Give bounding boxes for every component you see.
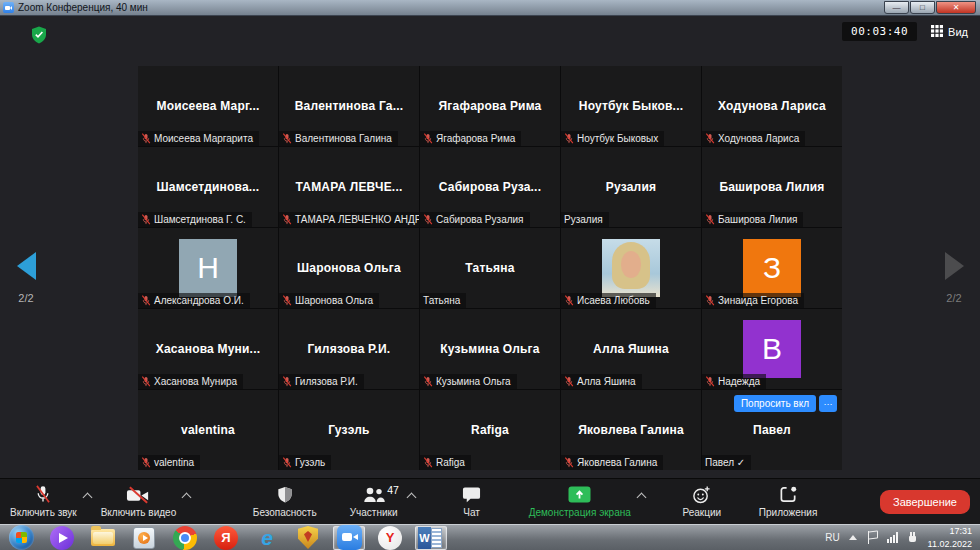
participant-tile[interactable]: Яковлева Галина Яковлева Галина (561, 390, 701, 470)
taskbar-start-button[interactable] (5, 526, 37, 550)
zoom-app-icon (3, 2, 14, 13)
start-video-button[interactable]: Включить видео (101, 485, 177, 518)
next-page-arrow[interactable] (945, 252, 964, 280)
share-options-chevron[interactable] (636, 493, 646, 503)
participant-tile[interactable]: Сабирова Руза... Сабирова Рузалия (420, 147, 560, 227)
participant-tile[interactable]: Шамсетдинова... Шамсетдинова Г. С. (138, 147, 278, 227)
hidden-icons-chevron[interactable] (849, 535, 857, 540)
participant-more-button[interactable]: ··· (819, 395, 837, 412)
word-icon (418, 527, 444, 549)
share-screen-label: Демонстрация экрана (529, 507, 631, 518)
muted-mic-icon (705, 376, 715, 387)
view-button[interactable]: Вид (931, 25, 968, 39)
participant-tile[interactable]: В Надежда (702, 309, 842, 389)
participant-grid: Моисеева Марг... Моисеева Маргарита Вале… (138, 66, 842, 470)
close-button[interactable]: ✕ (936, 1, 976, 14)
taskbar-word-button[interactable] (415, 526, 447, 550)
tray-date: 11.02.2022 (928, 538, 972, 550)
taskbar-media-player-button[interactable] (128, 526, 160, 550)
system-tray: RU 17:31 11.02.2022 (825, 525, 980, 549)
muted-mic-icon (141, 457, 151, 468)
grid-view-icon (931, 25, 943, 39)
participant-tile[interactable]: Моисеева Марг... Моисеева Маргарита (138, 66, 278, 146)
participant-tag-text: Алла Яшина (577, 376, 636, 387)
participant-tag-text: Моисеева Маргарита (154, 133, 253, 144)
language-indicator[interactable]: RU (825, 532, 839, 543)
taskbar-yandex-browser-button[interactable] (374, 526, 406, 550)
maximize-button[interactable]: □ (910, 1, 935, 14)
participant-name-tag: Баширова Лилия (702, 212, 803, 227)
participant-tile[interactable]: Ходунова Лариса Ходунова Лариса (702, 66, 842, 146)
reactions-smiley-icon (692, 485, 711, 504)
share-screen-button[interactable]: Демонстрация экрана (529, 485, 631, 518)
taskbar-zoom-button[interactable] (333, 526, 365, 550)
folder-icon (91, 529, 115, 546)
reactions-button[interactable]: Реакции (675, 485, 729, 518)
share-screen-icon (568, 485, 591, 504)
participant-tile[interactable]: Н Александрова О.И. (138, 228, 278, 308)
muted-mic-icon (564, 376, 574, 387)
taskbar-explorer-button[interactable] (87, 526, 119, 550)
security-button[interactable]: Безопасность (253, 485, 317, 518)
chat-button[interactable]: Чат (445, 485, 499, 518)
participant-tag-text: Rafiga (436, 457, 465, 468)
muted-mic-icon (282, 295, 292, 306)
muted-mic-icon (282, 214, 292, 225)
muted-mic-icon (705, 133, 715, 144)
audio-options-chevron[interactable] (82, 493, 92, 503)
video-options-chevron[interactable] (182, 493, 192, 503)
participant-tile[interactable]: Баширова Лилия Баширова Лилия (702, 147, 842, 227)
minimize-button[interactable]: — (884, 1, 909, 14)
chat-bubble-icon (462, 485, 481, 504)
participant-name-tag: Исаева Любовь (561, 293, 656, 308)
clock[interactable]: 17:31 11.02.2022 (928, 525, 972, 549)
participant-tile[interactable]: valentina valentina (138, 390, 278, 470)
ask-to-unmute-button[interactable]: Попросить вкл (734, 395, 816, 412)
apps-button[interactable]: Приложения (759, 485, 818, 518)
taskbar-chrome-button[interactable] (169, 526, 201, 550)
taskbar-internet-explorer-button[interactable] (251, 526, 283, 550)
meeting-timer: 00:03:40 (842, 22, 917, 41)
game-shield-icon (298, 526, 318, 549)
participant-tile[interactable]: Хасанова Муни... Хасанова Мунира (138, 309, 278, 389)
muted-mic-icon (141, 214, 151, 225)
participant-tile[interactable]: З Зинаида Егорова (702, 228, 842, 308)
participant-tile[interactable]: Гилязова Р.И. Гилязова Р.И. (279, 309, 419, 389)
security-label: Безопасность (253, 507, 317, 518)
taskbar-alice-button[interactable] (46, 526, 78, 550)
participant-name-tag: Павел ✓ (702, 455, 751, 470)
participant-tile[interactable]: Исаева Любовь (561, 228, 701, 308)
participants-button[interactable]: 47 Участники (347, 485, 401, 518)
participant-tile[interactable]: Ноутбук Быков... Ноутбук Быковых (561, 66, 701, 146)
participant-tile[interactable]: Алла Яшина Алла Яшина (561, 309, 701, 389)
participant-name-tag: valentina (138, 455, 200, 470)
unmute-button[interactable]: Включить звук (10, 485, 77, 518)
participants-count: 47 (387, 484, 399, 496)
participants-label: Участники (350, 507, 398, 518)
participant-tile[interactable]: Ягафарова Рима Ягафарова Рима (420, 66, 560, 146)
participant-tile[interactable]: Гузэль Гузэль (279, 390, 419, 470)
taskbar-game-button[interactable] (292, 526, 324, 550)
end-meeting-button[interactable]: Завершение (880, 490, 970, 514)
zoom-window: Zoom Конференция, 40 мин — □ ✕ 00:03:40 (0, 0, 980, 550)
participant-tile[interactable]: Рузалия Рузалия (561, 147, 701, 227)
prev-page-arrow[interactable] (17, 252, 36, 280)
participant-tile[interactable]: ТАМАРА ЛЕВЧЕ... ТАМАРА ЛЕВЧЕНКО АНДР... (279, 147, 419, 227)
action-center-flag-icon[interactable] (866, 531, 878, 544)
taskbar-yandex-browser-red-button[interactable] (210, 526, 242, 550)
participant-tag-text: Павел ✓ (705, 457, 745, 468)
participant-tile[interactable]: Rafiga Rafiga (420, 390, 560, 470)
participant-tile[interactable]: Татьяна Татьяна (420, 228, 560, 308)
participants-chevron[interactable] (406, 493, 416, 503)
muted-mic-icon (282, 457, 292, 468)
participant-tile[interactable]: Кузьмина Ольга Кузьмина Ольга (420, 309, 560, 389)
participant-tile[interactable]: Шаронова Ольга Шаронова Ольга (279, 228, 419, 308)
participant-name-tag: Алла Яшина (561, 374, 642, 389)
network-signal-icon[interactable] (887, 532, 898, 543)
zoom-icon (337, 525, 362, 550)
participant-tag-text: Ноутбук Быковых (577, 133, 658, 144)
power-plug-icon[interactable] (907, 531, 919, 544)
participant-tile[interactable]: Попросить вкл ··· Павел Павел ✓ (702, 390, 842, 470)
participant-tile[interactable]: Валентинова Га... Валентинова Галина (279, 66, 419, 146)
participant-name-tag: Шаронова Ольга (279, 293, 379, 308)
